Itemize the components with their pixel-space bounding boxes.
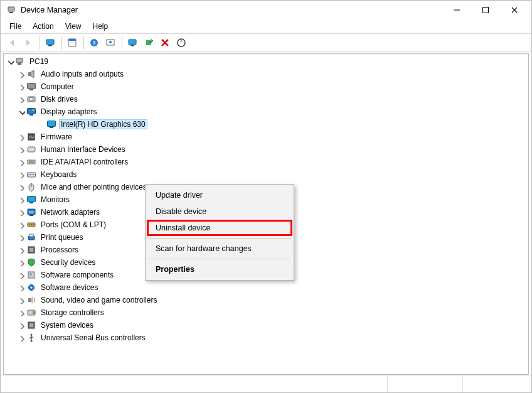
device-manager-window: Device Manager File Action View Help PC1… <box>0 0 532 393</box>
tree-item-display-adapters[interactable]: Display adapters <box>4 105 528 118</box>
tree-item-label: Firmware <box>39 132 74 142</box>
forward-button[interactable] <box>21 35 36 50</box>
chevron-right-icon[interactable] <box>16 333 26 343</box>
tree-item-label: IDE ATA/ATAPI controllers <box>39 157 130 167</box>
menu-view[interactable]: View <box>60 21 87 32</box>
chevron-right-icon[interactable] <box>16 232 26 242</box>
disable-device-button[interactable] <box>174 35 189 50</box>
chevron-right-icon[interactable] <box>16 283 26 293</box>
tree-item-label: Display adapters <box>39 107 98 117</box>
tree-item-computer[interactable]: Computer <box>4 80 528 93</box>
mouse-icon <box>26 182 36 192</box>
close-button[interactable] <box>500 1 529 19</box>
chevron-right-icon[interactable] <box>16 220 26 230</box>
menubar: File Action View Help <box>1 19 531 33</box>
ctx-scan-hardware[interactable]: Scan for hardware changes <box>147 240 292 257</box>
computer-icon <box>15 57 25 67</box>
chevron-down-icon[interactable] <box>5 57 15 67</box>
tree-root[interactable]: PC19 <box>4 55 528 68</box>
keyboard-icon <box>26 170 36 180</box>
tree-item-label: Storage controllers <box>39 308 106 318</box>
tree-item-audio-inputs-and-outputs[interactable]: Audio inputs and outputs <box>4 68 528 80</box>
tree-item-label: Ports (COM & LPT) <box>39 220 108 230</box>
printq-icon <box>26 232 36 242</box>
window-title: Device Manager <box>21 6 78 14</box>
tree-item-ide-ata-atapi-controllers[interactable]: IDE ATA/ATAPI controllers <box>4 156 528 168</box>
firmware-icon <box>26 132 36 142</box>
root-label: PC19 <box>28 57 50 67</box>
scan-hardware-button[interactable] <box>103 35 118 50</box>
maximize-button[interactable] <box>471 1 500 19</box>
tree-item-label: Disk drives <box>39 94 80 104</box>
chevron-right-icon[interactable] <box>16 94 26 104</box>
security-icon <box>26 257 36 267</box>
chevron-right-icon[interactable] <box>16 82 26 92</box>
tree-item-keyboards[interactable]: Keyboards <box>4 168 528 181</box>
chevron-right-icon[interactable] <box>16 132 26 142</box>
tree-item-label: Human Interface Devices <box>39 144 127 154</box>
display-icon <box>26 107 36 117</box>
tree-item-system-devices[interactable]: System devices <box>4 319 528 331</box>
device-manager-icon <box>7 5 17 15</box>
ctx-properties[interactable]: Properties <box>147 261 292 277</box>
tree-item-human-interface-devices[interactable]: Human Interface Devices <box>4 143 528 156</box>
hid-icon <box>26 144 36 154</box>
network-icon <box>26 207 36 217</box>
tree-item-intel-r-hd-graphics-630[interactable]: Intel(R) HD Graphics 630 <box>4 118 528 131</box>
chevron-right-icon[interactable] <box>16 182 26 192</box>
ctx-update-driver[interactable]: Update driver <box>147 187 292 203</box>
help-button[interactable] <box>87 35 102 50</box>
chevron-right-icon[interactable] <box>16 207 26 217</box>
swcomp-icon <box>26 270 36 280</box>
minimize-button[interactable] <box>442 1 471 19</box>
tree-item-label: Mice and other pointing devices <box>39 182 149 192</box>
ctx-disable-device[interactable]: Disable device <box>147 203 292 220</box>
tree-item-software-devices[interactable]: Software devices <box>4 281 528 294</box>
show-hidden-button[interactable] <box>43 35 58 50</box>
enable-device-button[interactable] <box>141 35 156 50</box>
menu-action[interactable]: Action <box>28 21 58 32</box>
tree-item-storage-controllers[interactable]: Storage controllers <box>4 306 528 319</box>
tree-item-label: Intel(R) HD Graphics 630 <box>59 119 147 129</box>
chevron-right-icon[interactable] <box>16 295 26 305</box>
properties-button[interactable] <box>65 35 80 50</box>
display-device-icon <box>46 119 56 129</box>
uninstall-device-button[interactable] <box>157 35 173 50</box>
tree-item-firmware[interactable]: Firmware <box>4 131 528 143</box>
tree-item-label: Print queues <box>39 232 85 242</box>
audio-icon <box>26 69 36 79</box>
tree-item-disk-drives[interactable]: Disk drives <box>4 93 528 105</box>
tree-item-label: Keyboards <box>39 170 78 180</box>
chevron-right-icon[interactable] <box>16 195 26 205</box>
tree-item-label: Monitors <box>39 195 72 205</box>
toolbar <box>1 33 531 52</box>
ports-icon <box>26 220 36 230</box>
chevron-right-icon[interactable] <box>16 308 26 318</box>
device-tree[interactable]: PC19 Audio inputs and outputsComputerDis… <box>3 53 529 375</box>
context-menu-separator <box>148 259 291 259</box>
storage-icon <box>26 308 36 318</box>
chevron-right-icon[interactable] <box>16 69 26 79</box>
chevron-right-icon[interactable] <box>16 144 26 154</box>
chevron-right-icon[interactable] <box>16 245 26 255</box>
update-driver-button[interactable] <box>125 35 140 50</box>
chevron-right-icon[interactable] <box>16 320 26 330</box>
disk-icon <box>26 94 36 104</box>
chevron-right-icon[interactable] <box>16 257 26 267</box>
svg-rect-53 <box>483 8 489 13</box>
tree-item-label: Universal Serial Bus controllers <box>39 333 147 343</box>
ctx-uninstall-device[interactable]: Uninstall device <box>147 220 292 236</box>
chevron-right-icon[interactable] <box>16 170 26 180</box>
menu-help[interactable]: Help <box>88 21 114 32</box>
tree-item-universal-serial-bus-controllers[interactable]: Universal Serial Bus controllers <box>4 331 528 344</box>
chevron-right-icon[interactable] <box>16 157 26 167</box>
back-button[interactable] <box>4 35 19 50</box>
ide-icon <box>26 157 36 167</box>
tree-item-sound-video-and-game-controllers[interactable]: Sound, video and game controllers <box>4 294 528 306</box>
chevron-down-icon[interactable] <box>16 107 26 117</box>
monitor-icon <box>26 195 36 205</box>
menu-file[interactable]: File <box>4 21 26 32</box>
swdev-icon <box>26 283 36 293</box>
chevron-right-icon[interactable] <box>16 270 26 280</box>
usb-icon <box>26 333 36 343</box>
